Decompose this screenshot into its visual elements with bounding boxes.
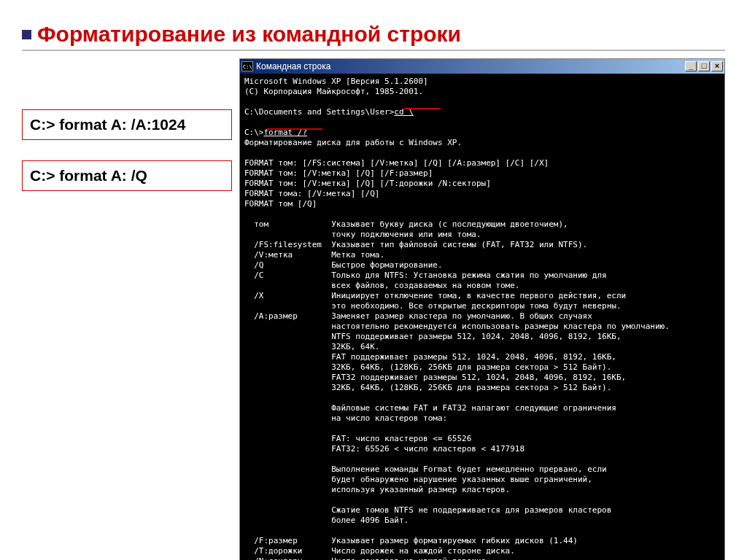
console-line: C:\> bbox=[244, 128, 264, 137]
title-underline bbox=[22, 50, 725, 51]
console-line: /V:метка Метка тома. bbox=[244, 250, 384, 260]
console-line: всех файлов, создаваемых на новом томе. bbox=[244, 281, 520, 290]
slide: Форматирование из командной строки C:> f… bbox=[0, 0, 747, 560]
console-line: FORMAT тома: [/V:метка] [/Q] bbox=[244, 189, 379, 198]
right-column: Командная строка _ □ × Microsoft Windows… bbox=[239, 58, 725, 560]
example-command-2: C:> format A: /Q bbox=[22, 160, 232, 191]
console-line: /Q Быстрое форматирование. bbox=[244, 260, 443, 270]
window-buttons: _ □ × bbox=[685, 61, 723, 71]
red-underline-2 bbox=[267, 128, 322, 130]
console-line: FAT поддерживает размеры 512, 1024, 2048… bbox=[244, 352, 616, 362]
console-line: FAT: число кластеров <= 65526 bbox=[244, 434, 471, 443]
console-line: FORMAT том: [/FS:система] [/V:метка] [/Q… bbox=[244, 158, 549, 168]
console-line: настоятельно рекомендуется использовать … bbox=[244, 322, 670, 331]
window-titlebar[interactable]: Командная строка _ □ × bbox=[240, 59, 724, 74]
console-line: /F:размер Указывает размер форматируемых… bbox=[244, 536, 578, 545]
console-line: точку подключения или имя тома. bbox=[244, 230, 481, 239]
close-button[interactable]: × bbox=[711, 61, 723, 71]
console-line: на число кластеров тома: bbox=[244, 413, 447, 423]
console-line: /FS:filesystem Указывает тип файловой си… bbox=[244, 240, 587, 249]
content-row: C:> format A: /A:1024 C:> format A: /Q К… bbox=[22, 58, 725, 560]
console-line: будет обнаружено нарушение указанных выш… bbox=[244, 475, 592, 484]
console-line: FAT32 поддерживает размеры 512, 1024, 20… bbox=[244, 373, 626, 382]
red-underline-1 bbox=[404, 108, 441, 109]
title-bullet-icon bbox=[22, 30, 31, 39]
console-line: Форматирование диска для работы с Window… bbox=[244, 138, 462, 147]
maximize-button[interactable]: □ bbox=[698, 61, 710, 71]
console-line: C:\Documents and Settings\User> bbox=[244, 107, 394, 117]
console-line: (С) Корпорация Майкрософт, 1985-2001. bbox=[244, 87, 423, 96]
console-line: 32КБ, 64K. bbox=[244, 342, 379, 351]
console-line: /X Инициирует отключение тома, в качеств… bbox=[244, 291, 626, 300]
console-line: Файловые системы FAT и FAT32 налагают сл… bbox=[244, 403, 616, 413]
minimize-button[interactable]: _ bbox=[685, 61, 697, 71]
console-line: FAT32: 65526 < число кластеров < 4177918 bbox=[244, 444, 525, 454]
console-line: /A:размер Заменяет размер кластера по ум… bbox=[244, 311, 592, 321]
console-line: /N:секторы Число секторов на каждой доро… bbox=[244, 556, 491, 560]
console-line: Выполнение команды Format будет немедлен… bbox=[244, 464, 607, 474]
console-line: FORMAT том: [/V:метка] [/Q] [/T:дорожки … bbox=[244, 179, 491, 188]
console-line: это необходимо. Все открытые дескрипторы… bbox=[244, 301, 622, 311]
console-line: /C Только для NTFS: Установка режима сжа… bbox=[244, 271, 607, 280]
title-text: Форматирование из командной строки bbox=[37, 22, 461, 46]
console-line: 32КБ, 64КБ, (128КБ, 256КБ для размера се… bbox=[244, 362, 611, 372]
console-line: используя указанный размер кластеров. bbox=[244, 485, 510, 494]
left-column: C:> format A: /A:1024 C:> format A: /Q bbox=[22, 58, 239, 211]
window-title: Командная строка bbox=[256, 61, 685, 71]
console-line: 32КБ, 64КБ, (128КБ, 256КБ для размера се… bbox=[244, 383, 611, 392]
console-line: более 4096 Байт. bbox=[244, 516, 409, 525]
console-output: Microsoft Windows XP [Версия 5.1.2600] (… bbox=[240, 74, 724, 560]
console-line: FORMAT том [/Q] bbox=[244, 199, 317, 209]
console-line: том Указывает букву диска (с последующим… bbox=[244, 219, 568, 229]
console-line: Сжатие томов NTFS не поддерживается для … bbox=[244, 505, 611, 515]
example-command-1: C:> format A: /A:1024 bbox=[22, 109, 232, 140]
console-line: FORMAT том: [/V:метка] [/Q] [/F:размер] bbox=[244, 168, 433, 178]
console-line: NTFS поддерживает размеры 512, 1024, 204… bbox=[244, 332, 622, 341]
slide-title: Форматирование из командной строки bbox=[22, 22, 725, 47]
command-prompt-window: Командная строка _ □ × Microsoft Windows… bbox=[239, 58, 725, 560]
console-line: Microsoft Windows XP [Версия 5.1.2600] bbox=[244, 77, 428, 86]
console-line: /T:дорожки Число дорожек на каждой сторо… bbox=[244, 546, 515, 556]
cmd-icon bbox=[241, 61, 253, 71]
